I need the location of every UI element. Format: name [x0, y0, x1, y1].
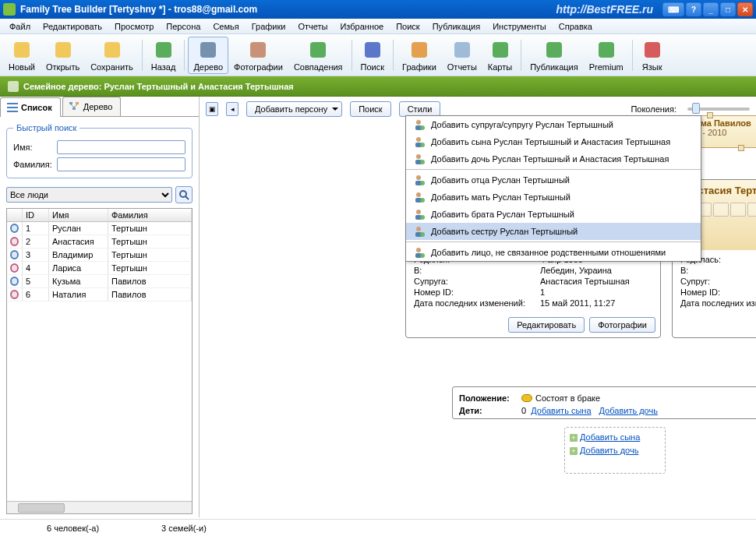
tool-Язык[interactable]: Язык	[636, 37, 669, 74]
svg-rect-12	[599, 42, 614, 58]
tree-small-icon	[69, 102, 80, 111]
table-row[interactable]: 5КузьмаПавилов	[7, 275, 192, 288]
svg-point-44	[420, 232, 425, 237]
tool-Назад[interactable]: Назад	[146, 37, 182, 74]
grid-scrollbar[interactable]	[7, 501, 192, 513]
main-area: ▣ ◂ Добавить персону Поиск Стили Поколен…	[200, 97, 756, 517]
add-daughter-link[interactable]: Добавить дочь	[599, 406, 658, 415]
назад-icon	[153, 39, 175, 61]
menu-Редактировать[interactable]: Редактировать	[37, 20, 108, 33]
svg-point-39	[416, 210, 421, 214]
menu-item[interactable]: Добавить сестру Руслан Тертышный	[406, 223, 701, 240]
add-son-box-link[interactable]: +Добавить сына	[570, 431, 660, 444]
styles-button[interactable]: Стили	[399, 101, 441, 117]
table-row[interactable]: 3ВладимирТертышн	[7, 249, 192, 262]
col-last[interactable]: Фамилия	[108, 209, 192, 221]
help-button[interactable]: ?	[686, 2, 701, 16]
menu-Просмотр[interactable]: Просмотр	[108, 20, 160, 33]
table-row[interactable]: 6НаталияПавилов	[7, 288, 192, 302]
tool-Совпадения[interactable]: Совпадения	[288, 37, 348, 74]
position-label: Положение:	[459, 393, 521, 403]
menu-item[interactable]: Добавить супруга/супругу Руслан Тертышны…	[406, 116, 701, 133]
svg-point-29	[420, 143, 425, 147]
back-mini-button[interactable]: ◂	[226, 102, 238, 116]
window-title: Family Tree Builder [Tertyshny *] - tros…	[20, 4, 556, 15]
совпадения-icon	[307, 39, 329, 61]
chevron-down-icon	[332, 108, 338, 114]
add-person-menu: Добавить супруга/супругу Руслан Тертышны…	[405, 115, 701, 262]
menu-item[interactable]: Добавить мать Руслан Тертышный	[406, 189, 701, 206]
svg-rect-5	[250, 42, 266, 58]
menu-item[interactable]: Добавить отца Руслан Тертышный	[406, 171, 701, 189]
menu-Публикация[interactable]: Публикация	[426, 20, 486, 33]
tool-Открыть[interactable]: Открыть	[41, 37, 85, 74]
keyboard-icon[interactable]: ⌨	[662, 2, 684, 16]
plus-icon: +	[570, 434, 578, 442]
menu-item[interactable]: Добавить брата Руслан Тертышный	[406, 206, 701, 223]
page-header: Семейное дерево: Руслан Тертышный и Анас…	[0, 76, 756, 97]
svg-point-42	[416, 227, 421, 231]
col-first[interactable]: Имя	[49, 209, 108, 221]
menu-Инструменты[interactable]: Инструменты	[486, 20, 553, 33]
search-button[interactable]	[175, 186, 193, 203]
generations-label: Поколения:	[631, 104, 677, 114]
table-row[interactable]: 1РусланТертышн	[7, 222, 192, 235]
collapse-button[interactable]: ▣	[206, 102, 218, 116]
add-person-button[interactable]: Добавить персону	[246, 101, 342, 117]
menu-Избранное[interactable]: Избранное	[334, 20, 390, 33]
generations-slider[interactable]	[687, 108, 750, 111]
поиск-icon	[362, 39, 383, 61]
menu-Поиск[interactable]: Поиск	[390, 20, 426, 33]
edit-person-button[interactable]: Редактировать	[508, 317, 585, 333]
tool-Карты[interactable]: Карты	[482, 37, 518, 74]
panel-tool-4[interactable]	[747, 203, 756, 217]
tab-list[interactable]: Список	[0, 97, 61, 117]
menu-item[interactable]: Добавить дочь Руслан Тертышный и Анастас…	[406, 150, 701, 168]
rings-icon	[521, 394, 532, 402]
menu-item[interactable]: Добавить сына Руслан Тертышный и Анастас…	[406, 133, 701, 150]
tool-Графики[interactable]: Графики	[397, 37, 442, 74]
search-main-button[interactable]: Поиск	[350, 101, 390, 117]
menu-Графики[interactable]: Графики	[246, 20, 292, 33]
plus-icon: +	[570, 447, 578, 455]
menu-Семья[interactable]: Семья	[207, 20, 245, 33]
tool-Поиск[interactable]: Поиск	[355, 37, 390, 74]
tool-Сохранить[interactable]: Сохранить	[85, 37, 139, 74]
фотографии-icon	[247, 39, 269, 61]
tool-Дерево[interactable]: Дерево	[188, 37, 228, 74]
svg-point-22	[180, 191, 186, 197]
tool-Premium[interactable]: Premium	[584, 37, 629, 74]
watermark-url: http://BestFREE.ru	[556, 3, 653, 16]
add-son-link[interactable]: Добавить сына	[531, 406, 591, 415]
maximize-button[interactable]: □	[720, 2, 736, 16]
язык-icon	[641, 39, 663, 61]
tool-Отчеты[interactable]: Отчеты	[442, 37, 482, 74]
tab-tree[interactable]: Дерево	[62, 97, 122, 116]
close-button[interactable]: ✕	[737, 2, 753, 16]
statusbar: 6 человек(-а) 3 семей(-и)	[0, 519, 756, 536]
col-id[interactable]: ID	[23, 209, 49, 221]
svg-rect-1	[55, 42, 71, 58]
magnifier-icon	[178, 189, 189, 200]
add-daughter-box-link[interactable]: +Добавить дочь	[570, 444, 660, 457]
svg-rect-17	[69, 102, 72, 104]
surname-input[interactable]	[57, 157, 185, 171]
tool-Публикация[interactable]: Публикация	[525, 37, 583, 74]
svg-rect-4	[200, 42, 216, 58]
name-input[interactable]	[57, 140, 185, 154]
panel-tool-3[interactable]	[730, 203, 746, 217]
panel-tool-2[interactable]	[713, 203, 729, 217]
menu-Персона[interactable]: Персона	[160, 20, 207, 33]
people-count: 6 человек(-а)	[47, 524, 99, 533]
menu-Отчеты[interactable]: Отчеты	[291, 20, 334, 33]
table-row[interactable]: 2АнастасияТертышн	[7, 235, 192, 249]
people-filter-select[interactable]: Все люди	[6, 187, 172, 203]
menu-item[interactable]: Добавить лицо, не связанное родственными…	[406, 244, 701, 261]
photos-button[interactable]: Фотографии	[589, 317, 655, 333]
minimize-button[interactable]: _	[703, 2, 719, 16]
tool-Фотографии[interactable]: Фотографии	[228, 37, 288, 74]
menu-Файл[interactable]: Файл	[3, 20, 37, 33]
tool-Новый[interactable]: Новый	[3, 37, 41, 74]
table-row[interactable]: 4ЛарисаТертышн	[7, 262, 192, 275]
menu-Справка[interactable]: Справка	[553, 20, 599, 33]
